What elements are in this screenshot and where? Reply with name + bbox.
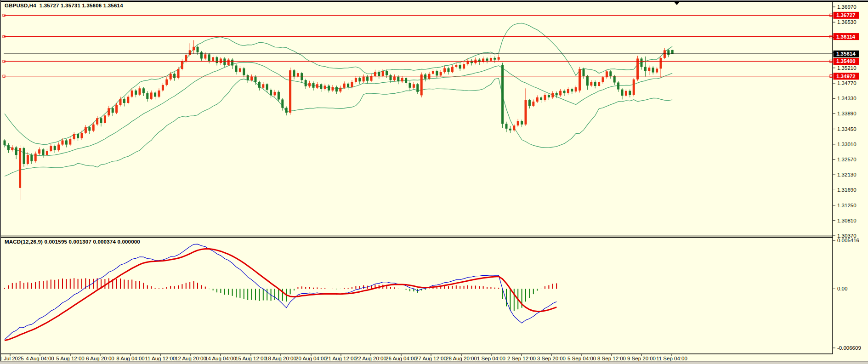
candle-bull [598,82,600,86]
candle-bear [416,84,419,92]
candle-bull [220,58,222,63]
candles-layer [4,40,674,200]
candle-bear [77,134,79,138]
candle-bear [641,58,643,67]
candle-bull [189,50,191,55]
time-axis-label: 18 Aug 20:00 [265,356,296,361]
candle-bull [69,139,71,144]
time-axis-label: 15 Aug 12:00 [235,356,267,361]
window-bottom-strip [0,361,868,364]
candle-bear [621,90,624,96]
macd-main-line [5,244,556,340]
candle-bear [397,77,399,82]
chart-window[interactable]: GBPUSD,H4 1.35727 1.35731 1.35606 1.3561… [0,0,868,364]
symbol-ohlc-title: GBPUSD,H4 1.35727 1.35731 1.35606 1.3561… [5,3,123,8]
candle-bull [108,108,110,115]
candle-bear [7,145,10,150]
candle-bear [312,83,315,88]
candle-bear [494,58,496,60]
candle-bull [363,77,365,82]
time-axis-label: 3 Sep 20:00 [537,356,566,361]
candle-bear [285,108,288,113]
candle-bull [579,69,581,91]
candle-bull [590,82,592,85]
candle-bear [293,70,295,77]
candle-bull [62,141,64,145]
time-axis-label: 14 Aug 04:00 [205,356,236,361]
candle-bull [567,89,569,93]
candle-bear [243,68,245,75]
candle-bear [424,74,426,79]
candle-bear [486,58,488,61]
candle-bull [170,74,172,80]
bollinger-upper-band [5,23,672,144]
candle-bull [177,69,180,78]
time-axis-label: 9 Sep 20:00 [627,356,656,361]
candle-bull [339,88,341,91]
candle-bull [517,121,519,125]
candle-bear [540,97,542,100]
axis-tick-label: 0.005416 [837,238,859,243]
candle-bear [556,93,558,95]
current-price-label-text: 1.35614 [836,51,856,57]
candle-bull [274,92,276,96]
candle-bear [652,68,654,73]
candle-bear [301,73,303,80]
candle-bull [393,77,396,80]
macd-panel [5,244,556,341]
candle-bear [505,124,508,129]
axis-tick-label: 1.33010 [837,142,857,147]
candle-bear [231,60,233,66]
candle-bear [208,54,210,61]
time-axis-label: 21 Aug 12:00 [325,356,357,361]
chart-left-border [0,0,1,361]
candle-bull [181,61,183,69]
time-axis-label: 2 Sep 12:00 [507,356,536,361]
candle-bear [15,148,17,155]
candle-bear [583,69,585,76]
time-axis-label: 20 Aug 04:00 [295,356,327,361]
candle-bull [162,85,164,91]
time-axis-label: 28 Aug 20:00 [446,356,477,361]
candle-bear [328,85,330,91]
candle-bull [227,60,230,65]
candle-bear [366,77,369,81]
time-axis-label: 5 Aug 12:00 [56,356,84,361]
candle-bear [563,91,566,93]
candle-bull [443,68,446,72]
candle-bull [104,115,106,123]
candle-bear [123,99,125,103]
candle-bear [4,141,6,146]
candle-bear [347,84,349,87]
candle-bull [551,93,554,97]
axis-tick-label: 1.36530 [837,19,857,25]
candle-bull [34,154,37,161]
candle-bull [57,145,60,150]
candle-bear [146,93,148,99]
candle-bear [459,65,461,68]
horizontal-lines-layer[interactable] [3,14,833,77]
candle-bear [54,146,56,150]
candle-bull [355,78,357,82]
candle-bear [609,71,612,76]
axis-tick-label: 1.31690 [837,187,857,193]
chart-canvas[interactable]: 1.369701.365301.360901.356501.352101.347… [0,0,868,364]
axis-tick-label: 1.35210 [837,65,857,71]
candle-bull [131,91,133,97]
candle-bear [100,118,102,123]
candle-bear [501,65,504,124]
candle-bull [413,84,415,88]
candle-bull [316,84,318,88]
axis-tick-label: -0.006609 [837,345,861,351]
hline-price-label-text: 1.36727 [836,12,856,18]
candle-bear [278,92,280,100]
candle-bear [586,76,589,85]
candle-bull [625,91,627,96]
candle-bull [250,77,253,80]
candle-bull [513,125,515,131]
chart-shift-marker-icon[interactable] [674,2,680,5]
candle-bull [656,68,658,72]
axis-tick-label: 0.00 [837,286,847,291]
candle-bear [88,127,91,131]
time-axis-label: 27 Aug 12:00 [415,356,447,361]
